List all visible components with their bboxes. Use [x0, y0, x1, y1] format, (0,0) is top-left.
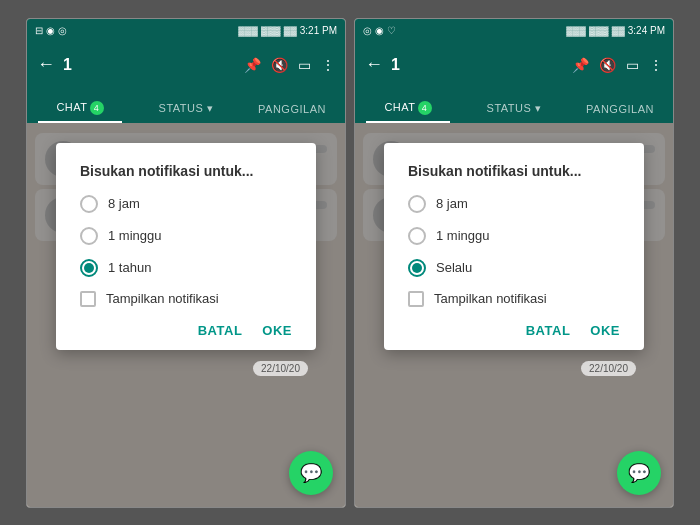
radio-circle-1-1[interactable]	[80, 195, 98, 213]
dialog-title-2: Bisukan notifikasi untuk...	[408, 163, 620, 179]
app-bar-title-2: 1	[391, 56, 572, 74]
radio-label-2-1: 8 jam	[436, 196, 468, 211]
radio-label-1-3: 1 tahun	[108, 260, 151, 275]
tab-calls-1[interactable]: PANGGILAN	[239, 103, 345, 123]
status-icon-heart-2: ♡	[387, 25, 396, 36]
status-icons-1: ⊟ ◉ ◎	[35, 25, 67, 36]
app-bar-icons-1: 📌 🔇 ▭ ⋮	[244, 57, 335, 73]
radio-label-1-2: 1 minggu	[108, 228, 161, 243]
date-label-2: 22/10/20	[581, 361, 636, 376]
pin-icon-2[interactable]: 📌	[572, 57, 589, 73]
date-label-1: 22/10/20	[253, 361, 308, 376]
radio-circle-2-3[interactable]	[408, 259, 426, 277]
status-icon-ring: ◉	[46, 25, 55, 36]
time-1: 3:21 PM	[300, 25, 337, 36]
checkbox-label-1: Tampilkan notifikasi	[106, 291, 219, 306]
status-icon-vpn-2: ◎	[363, 25, 372, 36]
app-bar-title-1: 1	[63, 56, 244, 74]
radio-label-2-2: 1 minggu	[436, 228, 489, 243]
chat-fab-icon-2: 💬	[628, 462, 650, 484]
chat-badge-2: 4	[418, 101, 432, 115]
status-icon-msg: ⊟	[35, 25, 43, 36]
more-icon-2[interactable]: ⋮	[649, 57, 663, 73]
tabs-bar-1: CHAT4 STATUS ▾ PANGGILAN	[27, 87, 345, 123]
mute-icon-2[interactable]: 🔇	[599, 57, 616, 73]
checkbox-row-1[interactable]: Tampilkan notifikasi	[80, 291, 292, 307]
video-icon[interactable]: ▭	[298, 57, 311, 73]
radio-circle-1-2[interactable]	[80, 227, 98, 245]
chat-badge-1: 4	[90, 101, 104, 115]
radio-circle-1-3[interactable]	[80, 259, 98, 277]
dialog-title-1: Bisukan notifikasi untuk...	[80, 163, 292, 179]
radio-option-2-3[interactable]: Selalu	[408, 259, 620, 277]
checkbox-row-2[interactable]: Tampilkan notifikasi	[408, 291, 620, 307]
dialog-buttons-1: BATAL OKE	[80, 323, 292, 338]
back-button-1[interactable]: ←	[37, 54, 55, 75]
status-right-2: ▓▓▓ ▓▓▓ ▓▓ 3:24 PM	[566, 25, 665, 36]
cancel-button-2[interactable]: BATAL	[526, 323, 571, 338]
app-bar-2: ← 1 📌 🔇 ▭ ⋮	[355, 43, 673, 87]
radio-option-1-1[interactable]: 8 jam	[80, 195, 292, 213]
tab-chat-1[interactable]: CHAT4	[27, 101, 133, 123]
tab-status-1[interactable]: STATUS ▾	[133, 102, 239, 123]
signal-icon-2: ▓▓▓	[566, 26, 586, 36]
status-icon-vpn: ◎	[58, 25, 67, 36]
tab-chat-2[interactable]: CHAT4	[355, 101, 461, 123]
video-icon-2[interactable]: ▭	[626, 57, 639, 73]
dialog-buttons-2: BATAL OKE	[408, 323, 620, 338]
status-bar-1: ⊟ ◉ ◎ ▓▓▓ ▓▓▓ ▓▓ 3:21 PM	[27, 19, 345, 43]
more-icon[interactable]: ⋮	[321, 57, 335, 73]
app-bar-icons-2: 📌 🔇 ▭ ⋮	[572, 57, 663, 73]
radio-option-1-3[interactable]: 1 tahun	[80, 259, 292, 277]
wifi-signal-icon-2: ▓▓▓	[589, 26, 609, 36]
ok-button-2[interactable]: OKE	[590, 323, 620, 338]
tab-status-label-1: STATUS ▾	[159, 102, 214, 114]
time-2: 3:24 PM	[628, 25, 665, 36]
phone-screen-2: ◎ ◉ ♡ ▓▓▓ ▓▓▓ ▓▓ 3:24 PM ← 1 📌 🔇 ▭ ⋮	[354, 18, 674, 508]
fab-1[interactable]: 💬	[289, 451, 333, 495]
tab-status-2[interactable]: STATUS ▾	[461, 102, 567, 123]
dialog-overlay-1: Bisukan notifikasi untuk... 8 jam 1 ming…	[27, 123, 345, 507]
checkbox-1[interactable]	[80, 291, 96, 307]
pin-icon[interactable]: 📌	[244, 57, 261, 73]
tab-calls-label-2: PANGGILAN	[586, 103, 654, 115]
dialog-1: Bisukan notifikasi untuk... 8 jam 1 ming…	[56, 143, 316, 350]
chat-background-1: Bisukan notifikasi untuk... 8 jam 1 ming…	[27, 123, 345, 507]
tab-calls-label-1: PANGGILAN	[258, 103, 326, 115]
status-icons-2: ◎ ◉ ♡	[363, 25, 396, 36]
cancel-button-1[interactable]: BATAL	[198, 323, 243, 338]
radio-circle-2-2[interactable]	[408, 227, 426, 245]
radio-option-1-2[interactable]: 1 minggu	[80, 227, 292, 245]
battery-icon-2: ▓▓	[612, 26, 625, 36]
dialog-overlay-2: Bisukan notifikasi untuk... 8 jam 1 ming…	[355, 123, 673, 507]
radio-label-2-3: Selalu	[436, 260, 472, 275]
fab-2[interactable]: 💬	[617, 451, 661, 495]
radio-label-1-1: 8 jam	[108, 196, 140, 211]
status-right-1: ▓▓▓ ▓▓▓ ▓▓ 3:21 PM	[238, 25, 337, 36]
tab-chat-label-1: CHAT	[56, 101, 87, 113]
status-icon-ring-2: ◉	[375, 25, 384, 36]
screenshots-container: ⊟ ◉ ◎ ▓▓▓ ▓▓▓ ▓▓ 3:21 PM ← 1 📌 🔇 ▭ ⋮	[16, 8, 684, 518]
tab-chat-label-2: CHAT	[384, 101, 415, 113]
chat-fab-icon: 💬	[300, 462, 322, 484]
radio-option-2-1[interactable]: 8 jam	[408, 195, 620, 213]
status-bar-2: ◎ ◉ ♡ ▓▓▓ ▓▓▓ ▓▓ 3:24 PM	[355, 19, 673, 43]
app-bar-1: ← 1 📌 🔇 ▭ ⋮	[27, 43, 345, 87]
checkbox-2[interactable]	[408, 291, 424, 307]
tab-status-label-2: STATUS ▾	[487, 102, 542, 114]
tab-calls-2[interactable]: PANGGILAN	[567, 103, 673, 123]
mute-icon[interactable]: 🔇	[271, 57, 288, 73]
radio-circle-2-1[interactable]	[408, 195, 426, 213]
wifi-signal-icon: ▓▓▓	[261, 26, 281, 36]
ok-button-1[interactable]: OKE	[262, 323, 292, 338]
signal-icon: ▓▓▓	[238, 26, 258, 36]
chat-background-2: Bisukan notifikasi untuk... 8 jam 1 ming…	[355, 123, 673, 507]
phone-screen-1: ⊟ ◉ ◎ ▓▓▓ ▓▓▓ ▓▓ 3:21 PM ← 1 📌 🔇 ▭ ⋮	[26, 18, 346, 508]
dialog-2: Bisukan notifikasi untuk... 8 jam 1 ming…	[384, 143, 644, 350]
radio-option-2-2[interactable]: 1 minggu	[408, 227, 620, 245]
battery-icon: ▓▓	[284, 26, 297, 36]
back-button-2[interactable]: ←	[365, 54, 383, 75]
checkbox-label-2: Tampilkan notifikasi	[434, 291, 547, 306]
tabs-bar-2: CHAT4 STATUS ▾ PANGGILAN	[355, 87, 673, 123]
